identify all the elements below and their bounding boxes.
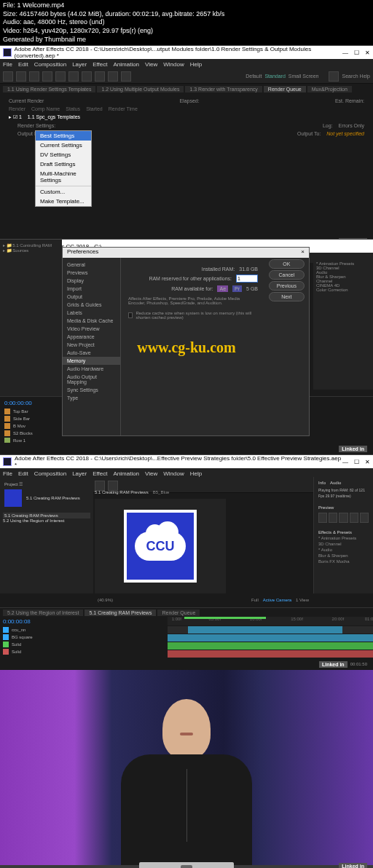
- info-tab[interactable]: Info: [318, 481, 326, 485]
- minimize-button[interactable]: —: [342, 459, 348, 465]
- prefs-close-button[interactable]: ×: [301, 248, 305, 257]
- tool-rotate[interactable]: [42, 71, 52, 82]
- menu-composition[interactable]: Composition: [34, 470, 66, 477]
- minimize-button[interactable]: —: [342, 50, 348, 56]
- viewer-full[interactable]: Full: [251, 598, 259, 602]
- close-button[interactable]: ✕: [365, 50, 370, 56]
- composition-viewer[interactable]: CCU: [95, 499, 226, 593]
- tab-mux[interactable]: Mux&Projection: [307, 86, 352, 92]
- timeline-ruler[interactable]: 1:00f 05:00f 10:00f 15:00f 20:00f 01:00f: [168, 617, 373, 626]
- prefs-import[interactable]: Import: [63, 285, 120, 293]
- prefs-labels[interactable]: Labels: [63, 309, 120, 317]
- tl-tab-1[interactable]: 5.2 Using the Region of Interest: [3, 609, 83, 616]
- tab-transparency[interactable]: 1.3 Render with Transparency: [185, 86, 262, 92]
- tool-text[interactable]: [108, 481, 118, 491]
- output-to-value[interactable]: Not yet specified: [326, 131, 364, 136]
- tl-tab-3[interactable]: Render Queue: [157, 609, 200, 616]
- tool-pan[interactable]: [68, 71, 79, 82]
- workspace-default[interactable]: Default: [246, 74, 262, 79]
- comp-tab-1[interactable]: 5.1 Creating RAM Previews: [95, 490, 149, 494]
- rq-item-name[interactable]: 1.1 Spc_cgs Templates: [28, 114, 80, 120]
- menu-effect[interactable]: Effect: [93, 470, 107, 477]
- menu-help[interactable]: Help: [190, 470, 202, 477]
- menu-current-settings[interactable]: Current Settings: [36, 141, 91, 150]
- prefs-next-button[interactable]: Next: [269, 292, 305, 301]
- log-value[interactable]: Errors Only: [339, 123, 364, 128]
- tool-hand[interactable]: [16, 71, 26, 82]
- menu-layer[interactable]: Layer: [72, 61, 87, 68]
- tab-render-queue[interactable]: Render Queue: [264, 86, 306, 92]
- proj-item-2[interactable]: 5.2 Using the Region of Interest: [3, 518, 90, 523]
- prefs-sync[interactable]: Sync Settings: [63, 386, 120, 394]
- menu-draft-settings[interactable]: Draft Settings: [36, 159, 91, 169]
- prefs-memory[interactable]: Memory: [63, 357, 120, 365]
- proj-folder[interactable]: ▸ 📁 5.1 Controlling RAM: [3, 242, 59, 248]
- preview-last-icon[interactable]: [360, 513, 369, 523]
- preview-tab[interactable]: Preview: [317, 505, 370, 510]
- menu-view[interactable]: View: [145, 61, 157, 68]
- prefs-appearance[interactable]: Appearance: [63, 333, 120, 341]
- tool-selection[interactable]: [3, 71, 13, 82]
- prefs-previews[interactable]: Previews: [63, 269, 120, 277]
- tool-pen[interactable]: [95, 71, 105, 82]
- menu-dv-settings[interactable]: DV Settings: [36, 150, 91, 159]
- viewer-camera[interactable]: Active Camera: [263, 598, 291, 602]
- tl-tab-2[interactable]: 5.1 Creating RAM Previews: [85, 609, 156, 616]
- track-bar[interactable]: [188, 626, 342, 634]
- prefs-prev-button[interactable]: Previous: [269, 281, 305, 291]
- menu-file[interactable]: File: [3, 470, 12, 477]
- preview-first-icon[interactable]: [318, 513, 327, 523]
- prefs-audio-out[interactable]: Audio Output Mapping: [63, 373, 120, 386]
- tool-pen[interactable]: [95, 481, 105, 491]
- menu-custom[interactable]: Custom...: [36, 187, 91, 197]
- close-button[interactable]: ✕: [365, 459, 370, 465]
- tab-output-modules[interactable]: 1.2 Using Multiple Output Modules: [97, 86, 184, 92]
- menu-animation[interactable]: Animation: [113, 470, 139, 477]
- menu-edit[interactable]: Edit: [18, 470, 28, 477]
- prefs-general[interactable]: General: [63, 261, 120, 269]
- prefs-output[interactable]: Output: [63, 293, 120, 301]
- workspace-small[interactable]: Small Screen: [288, 74, 319, 79]
- maximize-button[interactable]: ☐: [354, 459, 359, 465]
- preview-next-icon[interactable]: [350, 513, 358, 523]
- menu-animation[interactable]: Animation: [113, 61, 139, 68]
- timecode-3[interactable]: 0:00:00:08: [0, 617, 168, 626]
- menu-window[interactable]: Window: [163, 470, 184, 477]
- ram-reserved-input[interactable]: [236, 275, 258, 283]
- menu-file[interactable]: File: [3, 61, 12, 68]
- comp-tab-2[interactable]: B5_Blue: [153, 490, 170, 494]
- prefs-new-project[interactable]: New Project: [63, 341, 120, 349]
- prefs-display[interactable]: Display: [63, 277, 120, 285]
- prefs-audio-hw[interactable]: Audio Hardware: [63, 365, 120, 373]
- prefs-media[interactable]: Media & Disk Cache: [63, 317, 120, 325]
- proj-sources[interactable]: ▸ 📁 Sources: [3, 248, 59, 253]
- tool-camera[interactable]: [55, 71, 66, 82]
- track-bar[interactable]: [168, 642, 373, 650]
- menu-layer[interactable]: Layer: [72, 470, 87, 477]
- reduce-cache-checkbox[interactable]: [128, 312, 133, 318]
- menu-effect[interactable]: Effect: [93, 61, 107, 68]
- preview-play-icon[interactable]: [339, 513, 348, 523]
- audio-tab[interactable]: Audio: [330, 481, 341, 485]
- menu-make-template[interactable]: Make Template...: [36, 197, 91, 206]
- menu-window[interactable]: Window: [163, 61, 184, 68]
- menu-multi-machine[interactable]: Multi-Machine Settings: [36, 169, 91, 185]
- tool-brush[interactable]: [121, 71, 131, 82]
- preview-prev-icon[interactable]: [329, 513, 337, 523]
- prefs-ok-button[interactable]: OK: [269, 259, 305, 269]
- menu-edit[interactable]: Edit: [18, 61, 28, 68]
- menu-composition[interactable]: Composition: [34, 61, 66, 68]
- tool-zoom[interactable]: [29, 71, 39, 82]
- zoom-level[interactable]: (40.9%): [98, 598, 113, 602]
- tool-text[interactable]: [108, 71, 118, 82]
- prefs-cancel-button[interactable]: Cancel: [269, 270, 305, 280]
- prefs-type[interactable]: Type: [63, 394, 120, 402]
- maximize-button[interactable]: ☐: [354, 50, 359, 56]
- search-icon[interactable]: [329, 71, 339, 82]
- tab-render-settings[interactable]: 1.1 Using Render Settings Templates: [3, 86, 95, 92]
- effects-tab[interactable]: Effects & Presets: [317, 529, 370, 535]
- menu-view[interactable]: View: [145, 470, 157, 477]
- menu-help[interactable]: Help: [190, 61, 202, 68]
- prefs-video[interactable]: Video Preview: [63, 325, 120, 333]
- viewer-views[interactable]: 1 View: [296, 598, 309, 602]
